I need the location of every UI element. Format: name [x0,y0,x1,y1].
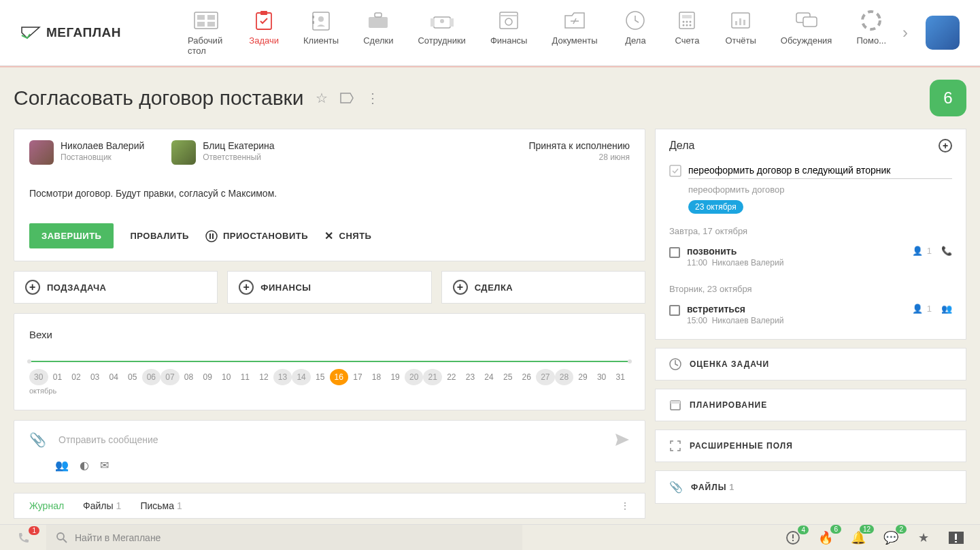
meeting-icon: 👥 [941,304,952,314]
day-30[interactable]: 30 [592,369,611,385]
rating-icon [669,358,681,370]
svg-point-23 [683,21,685,23]
nav-item-todos[interactable]: Дела [609,10,661,56]
desktop-icon [192,10,220,31]
day-25[interactable]: 25 [499,369,518,385]
task-status: Принята к исполнению 28 июня [528,140,630,162]
fail-button[interactable]: ПРОВАЛИТЬ [130,231,189,241]
add-dela-button[interactable]: + [939,139,952,152]
cancel-button[interactable]: ✕СНЯТЬ [324,229,371,242]
day-17[interactable]: 17 [348,369,367,385]
tab-letters[interactable]: Письма1 [140,500,182,511]
section-files[interactable]: 📎 ФАЙЛЫ1 [655,470,966,504]
section-extended[interactable]: РАСШИРЕННЫЕ ПОЛЯ [655,430,966,462]
section-rating[interactable]: ОЦЕНКА ЗАДАЧИ [655,348,966,381]
tab-files[interactable]: Файлы1 [83,500,121,511]
people-icon[interactable]: 👥 [55,459,69,472]
visibility-icon[interactable]: ◐ [80,459,89,472]
nav-item-documents[interactable]: Документы [539,10,609,56]
day-18[interactable]: 18 [367,369,386,385]
day-09[interactable]: 09 [198,369,217,385]
nav-item-discussions[interactable]: Обсуждения [768,10,845,56]
day-03[interactable]: 03 [86,369,105,385]
nav-item-employees[interactable]: Сотрудники [405,10,477,56]
day-30[interactable]: 30 [29,369,48,385]
day-24[interactable]: 24 [479,369,499,385]
dela-group-title: Вторник, 23 октября [669,284,952,294]
nav: Рабочий стол Задачи Клиенты Сделки Сотру… [175,10,898,56]
day-07[interactable]: 07 [160,369,180,385]
send-icon[interactable] [615,433,630,447]
svg-rect-3 [197,22,205,27]
participants-badge[interactable]: 6 [930,80,966,116]
checkbox[interactable] [669,305,680,316]
svg-rect-17 [500,12,518,29]
nav-item-accounts[interactable]: Счета [661,10,713,56]
tag-icon[interactable] [340,93,354,103]
add-deal-button[interactable]: +СДЕЛКА [441,271,645,304]
logo[interactable]: МЕГАПЛАН [20,25,121,40]
day-21[interactable]: 21 [423,369,442,385]
nav-item-tasks[interactable]: Задачи [237,10,291,56]
day-15[interactable]: 15 [311,369,330,385]
day-22[interactable]: 22 [442,369,461,385]
section-planning[interactable]: ПЛАНИРОВАНИЕ [655,389,966,421]
day-31[interactable]: 31 [611,369,630,385]
add-subtask-button[interactable]: +ПОДЗАДАЧА [14,271,218,304]
day-19[interactable]: 19 [386,369,405,385]
attach-icon[interactable]: 📎 [29,432,46,448]
user-avatar[interactable] [926,16,960,50]
svg-rect-4 [207,22,215,27]
svg-rect-37 [209,233,211,239]
svg-rect-32 [743,20,745,25]
mail-icon[interactable]: ✉ [100,459,109,472]
day-11[interactable]: 11 [236,369,255,385]
expand-icon [669,440,681,452]
star-icon[interactable]: ☆ [316,90,328,106]
nav-scroll-right[interactable]: › [898,23,912,42]
nav-item-help[interactable]: Помо... [844,10,898,56]
day-02[interactable]: 02 [67,369,86,385]
topbar: МЕГАПЛАН Рабочий стол Задачи Клиенты Сде… [0,0,980,66]
nav-item-finance[interactable]: Финансы [478,10,540,56]
nav-item-desktop[interactable]: Рабочий стол [175,10,237,56]
tabs: Журнал Файлы1 Письма1 ⋮ [14,493,645,519]
tab-journal[interactable]: Журнал [29,500,64,511]
task-assignee[interactable]: Блиц Екатерина Ответственный [171,140,274,165]
day-27[interactable]: 27 [536,369,555,385]
composer-input[interactable]: Отправить сообщение [58,434,603,445]
day-16[interactable]: 16 [330,369,349,385]
day-26[interactable]: 26 [517,369,536,385]
checkbox[interactable] [669,247,680,258]
nav-item-deals[interactable]: Сделки [351,10,405,56]
day-05[interactable]: 05 [123,369,142,385]
day-20[interactable]: 20 [405,369,424,385]
logo-icon [20,26,41,39]
day-13[interactable]: 13 [273,369,292,385]
dela-group-title: Завтра, 17 октября [669,226,952,236]
dela-item[interactable]: встретиться15:00 Николаев Валерий👤1👥 [669,300,952,329]
day-14[interactable]: 14 [292,369,311,385]
complete-button[interactable]: ЗАВЕРШИТЬ [29,223,114,248]
day-06[interactable]: 06 [142,369,161,385]
dela-date-pill[interactable]: 23 октября [688,200,743,214]
more-icon[interactable]: ⋮ [366,90,379,106]
nav-item-reports[interactable]: Отчёты [713,10,768,56]
day-28[interactable]: 28 [555,369,574,385]
dela-item[interactable]: позвонить11:00 Николаев Валерий👤1📞 [669,242,952,272]
day-01[interactable]: 01 [48,369,67,385]
dela-input[interactable] [688,162,952,179]
pause-button[interactable]: ПРИОСТАНОВИТЬ [205,230,308,242]
day-04[interactable]: 04 [104,369,123,385]
day-12[interactable]: 12 [254,369,273,385]
topbar-divider [0,66,980,67]
task-owner[interactable]: Николаев Валерий Постановщик [29,140,144,165]
day-23[interactable]: 23 [461,369,480,385]
nav-item-clients[interactable]: Клиенты [291,10,351,56]
add-finance-button[interactable]: +ФИНАНСЫ [227,271,431,304]
day-10[interactable]: 10 [217,369,236,385]
day-29[interactable]: 29 [573,369,592,385]
day-08[interactable]: 08 [180,369,199,385]
tabs-more-icon[interactable]: ⋮ [620,500,630,511]
checkbox-icon [669,165,681,177]
